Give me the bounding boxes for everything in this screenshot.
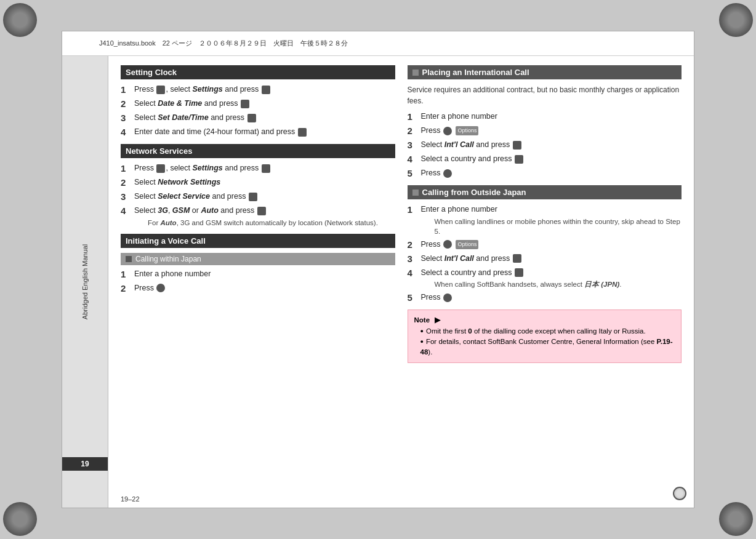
main-content: Setting Clock 1 Press , select Settings … [108,56,694,508]
step-number: 2 [121,177,132,188]
placing-international-call-description: Service requires an additional contract,… [408,84,682,106]
step-item: 1 Enter a phone number [121,269,395,280]
step-text: Press , select Settings and press [134,163,395,174]
initiating-voice-call-header: Initiating a Voice Call [121,234,395,248]
corner-bl [3,502,37,536]
step-text: Select a country and press [421,154,682,165]
calling-within-japan-title: Calling within Japan [135,255,201,263]
network-services-title: Network Services [126,146,192,156]
right-column: Placing an International Call Service re… [408,65,682,498]
note-box: Note ▶ Omit the first 0 of the dialling … [408,309,682,363]
header-text: J410_insatsu.book 22 ページ ２００６年８月２９日 火曜日 … [99,39,348,48]
network-services-header: Network Services [121,144,395,158]
step-text: Select Select Service and press [134,191,395,202]
step-item: 2 Select Network Settings [121,177,395,188]
step-text: Press , select Settings and press [134,84,395,95]
placing-international-call-steps: 1 Enter a phone number 2 Press Options 3… [408,111,682,179]
sidebar-label: Abridged English Manual [62,56,108,508]
step-item: 3 Select Set Date/Time and press [121,113,395,124]
left-sidebar: Abridged English Manual 19 [62,56,108,508]
initiating-voice-call-section: Initiating a Voice Call Calling within J… [121,234,395,294]
step-text: Press [134,283,395,294]
step-item: 3 Select Int'l Call and press [408,140,682,151]
calling-from-outside-japan-title: Calling from Outside Japan [422,188,526,197]
step-item: 4 Select 3G, GSM or Auto and press For A… [121,206,395,228]
step-item: 1 Press , select Settings and press [121,84,395,95]
setting-clock-steps: 1 Press , select Settings and press 2 Se… [121,84,395,138]
step-text: Select Network Settings [134,177,395,188]
note-label: Note [414,316,430,324]
step-number: 2 [408,239,419,250]
step-number: 5 [408,292,419,303]
page-header: J410_insatsu.book 22 ページ ２００６年８月２９日 火曜日 … [62,31,694,56]
page-number: 19 [81,460,89,468]
step-text: Select a country and press When calling … [421,268,682,290]
step-item: 2 Press Options [408,239,682,250]
calling-within-japan-steps: 1 Enter a phone number 2 Press [121,269,395,294]
note-bullet-1: Omit the first 0 of the dialling code ex… [420,326,675,337]
step-item: 2 Press [121,283,395,294]
step-text: Enter a phone number When calling landli… [421,204,682,236]
step-text: Select 3G, GSM or Auto and press For Aut… [134,206,395,228]
step-number: 1 [408,204,419,215]
step-item: 4 Select a country and press When callin… [408,268,682,290]
note-bullets: Omit the first 0 of the dialling code ex… [414,326,675,358]
step-text: Press [421,292,682,303]
setting-clock-header: Setting Clock [121,65,395,79]
step-number: 2 [121,98,132,110]
calling-from-outside-japan-steps: 1 Enter a phone number When calling land… [408,204,682,303]
initiating-voice-call-title: Initiating a Voice Call [126,236,206,246]
setting-clock-title: Setting Clock [126,68,177,77]
step-number: 1 [121,269,132,280]
placing-international-call-header: Placing an International Call [408,65,682,79]
step-number: 3 [121,191,132,202]
placing-international-call-section: Placing an International Call Service re… [408,65,682,179]
corner-tl [3,3,37,37]
page-number-box: 19 [62,457,108,471]
step-number: 2 [121,283,132,294]
step-number: 4 [408,154,419,165]
step-number: 1 [121,163,132,174]
placing-international-call-title: Placing an International Call [422,68,529,77]
network-services-steps: 1 Press , select Settings and press 2 Se… [121,163,395,228]
page-footer: 19–22 [108,495,694,503]
step-text: Press Options [421,239,682,250]
step-item: 4 Enter date and time (24-hour format) a… [121,127,395,138]
footer-text: 19–22 [121,495,140,503]
step-text: Select Date & Time and press [134,98,395,110]
step-item: 3 Select Int'l Call and press [408,254,682,265]
calling-within-japan-header: Calling within Japan [121,253,395,265]
calling-within-japan-subsection: Calling within Japan 1 Enter a phone num… [121,253,395,294]
setting-clock-section: Setting Clock 1 Press , select Settings … [121,65,395,138]
network-services-section: Network Services 1 Press , select Settin… [121,144,395,228]
step-text: Select Int'l Call and press [421,254,682,265]
corner-tr [719,3,753,37]
step-text: Select Set Date/Time and press [134,113,395,124]
step-number: 1 [121,84,132,95]
step-item: 3 Select Select Service and press [121,191,395,202]
step-text: Enter a phone number [421,111,682,122]
step-item: 4 Select a country and press [408,154,682,165]
step-item: 5 Press [408,292,682,303]
step-item: 5 Press [408,168,682,179]
step-text: Select Int'l Call and press [421,140,682,151]
step-text: Press Options [421,126,682,137]
step-number: 5 [408,168,419,179]
step-text: Enter a phone number [134,269,395,280]
step-number: 2 [408,126,419,137]
note-arrow: ▶ [435,316,440,324]
step-number: 4 [408,268,419,279]
step-number: 3 [408,254,419,265]
step-number: 4 [121,206,132,217]
step-text: Enter date and time (24-hour format) and… [134,127,395,138]
step-item: 2 Select Date & Time and press [121,98,395,110]
step-number: 4 [121,127,132,138]
step-item: 2 Press Options [408,126,682,137]
step-number: 1 [408,111,419,122]
corner-br [719,502,753,536]
note-bullet-2: For details, contact SoftBank Customer C… [420,337,675,358]
step-number: 3 [121,113,132,124]
page-container: J410_insatsu.book 22 ページ ２００６年８月２９日 火曜日 … [62,31,694,508]
step-text: Press [421,168,682,179]
step-item: 1 Enter a phone number [408,111,682,122]
